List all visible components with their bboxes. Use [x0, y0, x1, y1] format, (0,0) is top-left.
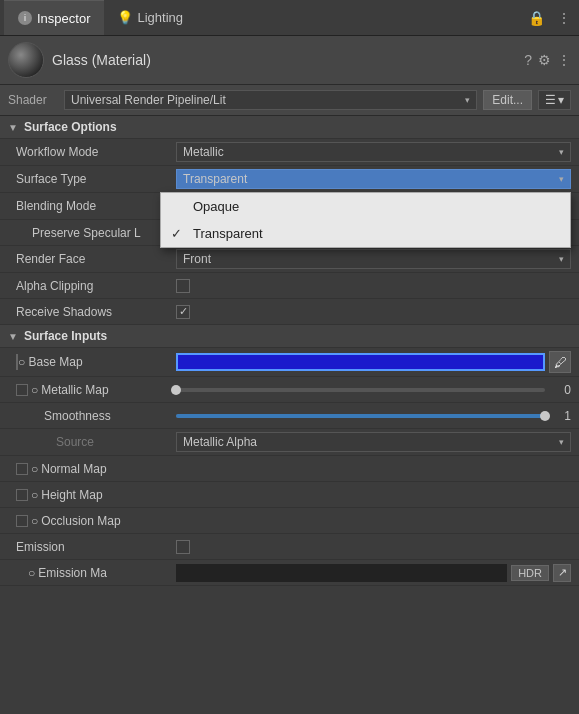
tab-inspector[interactable]: i Inspector: [4, 0, 104, 35]
source-value: Metallic Alpha: [183, 435, 257, 449]
surface-inputs-header[interactable]: ▼ Surface Inputs: [0, 325, 579, 348]
height-circle: ○: [31, 488, 38, 502]
list-icon: ☰: [545, 93, 556, 107]
emission-map-field[interactable]: [176, 564, 507, 582]
emission-expand-button[interactable]: ↗: [553, 564, 571, 582]
workflow-mode-dropdown[interactable]: Metallic ▾: [176, 142, 571, 162]
section-arrow-surface-options: ▼: [8, 122, 18, 133]
workflow-mode-control: Metallic ▾: [176, 142, 571, 162]
emission-map-control: HDR ↗: [176, 564, 571, 582]
emission-circle: ○: [28, 566, 35, 580]
metallic-slider-thumb: [171, 385, 181, 395]
surface-inputs-title: Surface Inputs: [24, 329, 107, 343]
prop-smoothness: Smoothness 1: [0, 403, 579, 429]
occlusion-map-label: ○ Occlusion Map: [16, 514, 176, 528]
surface-type-label: Surface Type: [16, 172, 176, 186]
alpha-clipping-control: [176, 279, 571, 293]
shader-row: Shader Universal Render Pipeline/Lit ▾ E…: [0, 85, 579, 116]
smoothness-label: Smoothness: [16, 409, 176, 423]
prop-render-face: Render Face Front ▾: [0, 246, 579, 273]
settings-icon[interactable]: ⚙: [538, 52, 551, 68]
occlusion-circle: ○: [31, 514, 38, 528]
source-arrow: ▾: [559, 437, 564, 447]
smoothness-slider-fill: [176, 414, 545, 418]
receive-shadows-label: Receive Shadows: [16, 305, 176, 319]
hdr-button[interactable]: HDR: [511, 565, 549, 581]
material-preview-sphere: [8, 42, 44, 78]
tab-lighting-label: Lighting: [137, 10, 183, 25]
lock-icon[interactable]: 🔒: [524, 8, 549, 28]
lighting-icon: 💡: [118, 11, 132, 25]
eyedropper-button[interactable]: 🖊: [549, 351, 571, 373]
receive-shadows-checkbox[interactable]: [176, 305, 190, 319]
height-checkbox[interactable]: [16, 489, 28, 501]
prop-base-map: ○ Base Map 🖊: [0, 348, 579, 377]
shader-dropdown-arrow: ▾: [465, 95, 470, 105]
prop-height-map: ○ Height Map: [0, 482, 579, 508]
tab-inspector-label: Inspector: [37, 11, 90, 26]
source-label: Source: [16, 435, 176, 449]
prop-metallic-map: ○ Metallic Map 0: [0, 377, 579, 403]
help-icon[interactable]: ?: [524, 52, 532, 68]
tab-bar-actions: 🔒 ⋮: [524, 8, 575, 28]
base-map-control: 🖊: [176, 351, 571, 373]
popup-item-transparent[interactable]: ✓ Transparent: [161, 220, 570, 247]
prop-normal-map: ○ Normal Map: [0, 456, 579, 482]
shader-dropdown[interactable]: Universal Render Pipeline/Lit ▾: [64, 90, 477, 110]
workflow-mode-value: Metallic: [183, 145, 224, 159]
render-face-value: Front: [183, 252, 211, 266]
base-map-color-field[interactable]: [176, 353, 545, 371]
surface-type-control: Transparent ▾: [176, 169, 571, 189]
tab-lighting[interactable]: 💡 Lighting: [104, 0, 197, 35]
occlusion-checkbox[interactable]: [16, 515, 28, 527]
normal-map-label: ○ Normal Map: [16, 462, 176, 476]
smoothness-value: 1: [551, 409, 571, 423]
surface-options-header[interactable]: ▼ Surface Options: [0, 116, 579, 139]
prop-workflow-mode: Workflow Mode Metallic ▾: [0, 139, 579, 166]
workflow-mode-label: Workflow Mode: [16, 145, 176, 159]
inspector-icon: i: [18, 11, 32, 25]
smoothness-slider-thumb: [540, 411, 550, 421]
prop-occlusion-map: ○ Occlusion Map: [0, 508, 579, 534]
prop-emission-map: ○ Emission Ma HDR ↗: [0, 560, 579, 586]
surface-type-dropdown[interactable]: Transparent ▾: [176, 169, 571, 189]
header-actions: ? ⚙ ⋮: [524, 52, 571, 68]
source-dropdown[interactable]: Metallic Alpha ▾: [176, 432, 571, 452]
tab-bar: i Inspector 💡 Lighting 🔒 ⋮: [0, 0, 579, 36]
surface-type-value: Transparent: [183, 172, 247, 186]
base-map-circle: ○: [18, 355, 25, 369]
surface-type-arrow: ▾: [559, 174, 564, 184]
popup-opaque-label: Opaque: [193, 199, 239, 214]
receive-shadows-control: [176, 305, 571, 319]
source-control: Metallic Alpha ▾: [176, 432, 571, 452]
smoothness-slider-track[interactable]: [176, 414, 545, 418]
emission-checkbox[interactable]: [176, 540, 190, 554]
metallic-circle: ○: [31, 383, 38, 397]
metallic-checkbox[interactable]: [16, 384, 28, 396]
metallic-map-label: ○ Metallic Map: [16, 383, 176, 397]
preserve-specular-label: Preserve Specular L: [16, 226, 176, 240]
more-options-icon[interactable]: ⋮: [557, 52, 571, 68]
base-map-label: ○ Base Map: [16, 355, 176, 369]
metallic-slider-track[interactable]: [176, 388, 545, 392]
material-header: Glass (Material) ? ⚙ ⋮: [0, 36, 579, 85]
workflow-mode-arrow: ▾: [559, 147, 564, 157]
popup-transparent-label: Transparent: [193, 226, 263, 241]
alpha-clipping-checkbox[interactable]: [176, 279, 190, 293]
transparent-check: ✓: [171, 226, 185, 241]
prop-surface-type: Surface Type Transparent ▾ Opaque ✓ Tran…: [0, 166, 579, 193]
emission-control: [176, 540, 571, 554]
edit-shader-button[interactable]: Edit...: [483, 90, 532, 110]
render-face-dropdown[interactable]: Front ▾: [176, 249, 571, 269]
normal-checkbox[interactable]: [16, 463, 28, 475]
prop-receive-shadows: Receive Shadows: [0, 299, 579, 325]
section-arrow-surface-inputs: ▼: [8, 331, 18, 342]
blending-mode-label: Blending Mode: [16, 199, 176, 213]
more-icon[interactable]: ⋮: [553, 8, 575, 28]
prop-emission: Emission: [0, 534, 579, 560]
render-face-label: Render Face: [16, 252, 176, 266]
list-view-button[interactable]: ☰ ▾: [538, 90, 571, 110]
popup-item-opaque[interactable]: Opaque: [161, 193, 570, 220]
prop-source: Source Metallic Alpha ▾: [0, 429, 579, 456]
surface-type-popup: Opaque ✓ Transparent: [160, 192, 571, 248]
